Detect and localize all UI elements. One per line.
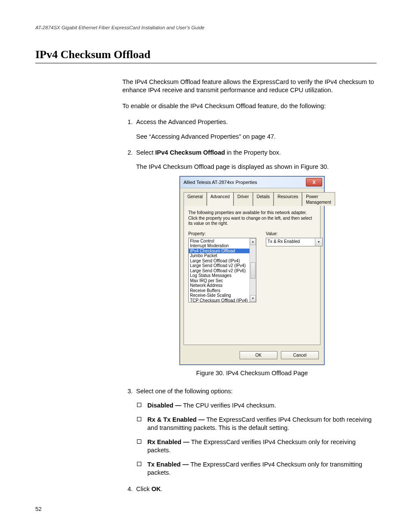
- tab-power-management[interactable]: Power Management: [302, 192, 335, 206]
- close-icon: X: [312, 179, 315, 186]
- option-label: Tx Enabled —: [147, 461, 190, 468]
- option-disabled: Disabled — The CPU verifies IPv4 checksu…: [136, 401, 377, 410]
- step-2: Select IPv4 Checksum Offload in the Prop…: [134, 149, 377, 378]
- step-1: Access the Advanced Properties. See “Acc…: [134, 118, 377, 140]
- options-list: Disabled — The CPU verifies IPv4 checksu…: [136, 401, 377, 477]
- step-4-text-a: Click: [136, 485, 151, 492]
- list-item[interactable]: Jumbo Packet: [189, 253, 249, 258]
- list-item[interactable]: Receive Buffers: [189, 288, 249, 293]
- step-2-text-c: in the Property box.: [225, 149, 281, 156]
- property-label: Property:: [188, 231, 256, 236]
- step-2-text-a: Select: [136, 149, 155, 156]
- value-combobox[interactable]: Tx & Rx Enabled ▼: [266, 238, 323, 246]
- list-item[interactable]: Receive-Side Scaling: [189, 293, 249, 298]
- properties-dialog: Allied Telesis AT-2874xx Properties X Ge…: [180, 176, 324, 365]
- step-1-text: Access the Advanced Properties.: [136, 118, 228, 125]
- chevron-down-icon[interactable]: ▼: [315, 238, 322, 246]
- step-4: Click OK.: [134, 485, 377, 493]
- scroll-thumb[interactable]: [250, 262, 255, 279]
- step-3: Select one of the following options: Dis…: [134, 387, 377, 477]
- page-number: 52: [35, 506, 41, 512]
- cancel-button[interactable]: Cancel: [281, 351, 319, 359]
- dialog-tabs: General Advanced Driver Details Resource…: [184, 192, 321, 205]
- list-item[interactable]: Large Send Offload v2 (IPv6): [189, 268, 249, 274]
- list-item[interactable]: TCP Checksum Offload (IPv4): [189, 298, 249, 302]
- tab-resources[interactable]: Resources: [274, 192, 302, 206]
- property-listbox[interactable]: Flow Control Interrupt Moderation IPv4 C…: [188, 238, 256, 302]
- step-3-text: Select one of the following options:: [136, 388, 233, 395]
- list-item[interactable]: Flow Control: [189, 239, 249, 244]
- value-label: Value:: [266, 231, 323, 236]
- step-2-bold: IPv4 Checksum Offload: [155, 149, 225, 156]
- intro-paragraph-1: The IPv4 Checksum Offload feature allows…: [122, 78, 377, 94]
- list-item-selected[interactable]: IPv4 Checksum Offload: [189, 249, 249, 254]
- intro-paragraph-2: To enable or disable the IPv4 Checksum O…: [122, 102, 377, 110]
- tab-details[interactable]: Details: [253, 192, 274, 206]
- dialog-titlebar: Allied Telesis AT-2874xx Properties X: [180, 177, 324, 188]
- step-2-note: The IPv4 Checksum Offload page is displa…: [136, 163, 377, 171]
- section-title: IPv4 Checksum Offload: [35, 48, 377, 61]
- option-rx-enabled: Rx Enabled — The ExpressCard verifies IP…: [136, 438, 377, 454]
- scroll-down-icon[interactable]: ▼: [250, 295, 256, 302]
- list-item[interactable]: Max IRQ per Sec: [189, 278, 249, 283]
- steps-list: Access the Advanced Properties. See “Acc…: [122, 118, 377, 493]
- title-rule: [35, 63, 377, 63]
- running-header: AT-2874SX Gigabit Ethernet Fiber Express…: [35, 25, 377, 30]
- tab-driver[interactable]: Driver: [234, 192, 253, 206]
- step-1-note: See “Accessing Advanced Properties” on p…: [136, 133, 377, 141]
- list-item[interactable]: Large Send Offload v2 (IPv4): [189, 263, 249, 268]
- figure-caption: Figure 30. IPv4 Checksum Offload Page: [128, 369, 377, 377]
- ok-button[interactable]: OK: [240, 351, 277, 359]
- scroll-up-icon[interactable]: ▲: [250, 238, 256, 245]
- option-desc: The CPU verifies IPv4 checksum.: [183, 402, 276, 409]
- list-item[interactable]: Large Send Offload (IPv4): [189, 258, 249, 264]
- listbox-scrollbar[interactable]: ▲ ▼: [249, 238, 256, 302]
- option-rx-tx-enabled: Rx & Tx Enabled — The ExpressCard verifi…: [136, 416, 377, 432]
- option-label: Rx & Tx Enabled —: [147, 416, 206, 423]
- option-label: Rx Enabled —: [147, 439, 191, 445]
- close-button[interactable]: X: [306, 178, 322, 187]
- option-label: Disabled —: [147, 402, 183, 409]
- list-item[interactable]: Log Status Messages: [189, 273, 249, 278]
- step-4-bold: OK: [151, 485, 161, 492]
- dialog-title: Allied Telesis AT-2874xx Properties: [184, 179, 257, 186]
- tab-general[interactable]: General: [184, 192, 207, 206]
- option-tx-enabled: Tx Enabled — The ExpressCard verifies IP…: [136, 460, 377, 477]
- dialog-instruction: The following properties are available f…: [188, 210, 316, 227]
- tab-panel-advanced: The following properties are available f…: [184, 205, 321, 345]
- list-item[interactable]: Network Address: [189, 283, 249, 288]
- value-selected: Tx & Rx Enabled: [266, 238, 315, 246]
- list-item[interactable]: Interrupt Moderation: [189, 243, 249, 249]
- tab-advanced[interactable]: Advanced: [207, 192, 234, 206]
- step-4-text-c: .: [161, 485, 162, 492]
- figure-30: Allied Telesis AT-2874xx Properties X Ge…: [128, 176, 377, 365]
